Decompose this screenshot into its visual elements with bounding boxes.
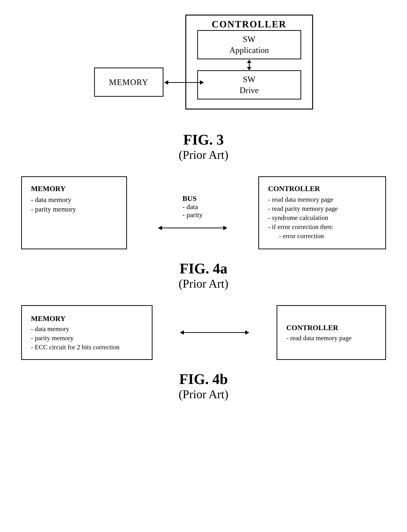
fig4b-ctrl-item-0: - read data memory page (286, 334, 376, 342)
page: MEMORY CONTROLLER SW (0, 0, 407, 532)
fig3-title: FIG. 3 (179, 131, 228, 148)
fig4b-caption: FIG. 4b (Prior Art) (179, 371, 228, 401)
fig4a-bus-panel: BUS - data - parity (127, 176, 258, 249)
fig4b-controller-title: CONTROLLER (286, 323, 376, 332)
controller-title-fig3: CONTROLLER (186, 19, 312, 30)
svg-marker-8 (223, 226, 227, 230)
fig4b-controller-panel: CONTROLLER - read data memory page (277, 305, 386, 360)
fig4a-memory-item-0: - data memory (31, 196, 117, 204)
fig4a-section: MEMORY - data memory - parity memory BUS… (22, 176, 385, 291)
fig4a-bus-title: BUS (182, 194, 203, 203)
fig4a-memory-panel: MEMORY - data memory - parity memory (21, 176, 127, 249)
fig3-caption: FIG. 3 (Prior Art) (179, 131, 228, 162)
fig4b-title: FIG. 4b (179, 371, 228, 388)
sw-app-text: SW Application (229, 34, 269, 56)
svg-marker-5 (247, 67, 251, 70)
fig4a-ctrl-item-4: - error correction (279, 232, 376, 240)
fig4b-memory-panel: MEMORY - data memory - parity memory - E… (21, 305, 153, 360)
fig4a-bus-label: BUS - data - parity (182, 194, 203, 219)
fig4b-subtitle: (Prior Art) (179, 388, 228, 401)
controller-outer-box: CONTROLLER SW Application (185, 15, 313, 110)
fig4b-bus-panel (153, 305, 277, 360)
fig4a-ctrl-item-0: - read data memory page (268, 196, 376, 203)
memory-box-fig3: MEMORY (94, 68, 164, 97)
fig4a-memory-item-1: - parity memory (31, 205, 117, 213)
fig4a-ctrl-item-3: - if error correction then: (268, 223, 376, 231)
fig4b-diagram: MEMORY - data memory - parity memory - E… (21, 305, 386, 360)
svg-marker-1 (164, 80, 168, 85)
fig4a-arrow-svg (158, 224, 227, 232)
sw-app-box: SW Application (197, 30, 301, 59)
fig3-diagram: MEMORY CONTROLLER SW (94, 15, 313, 117)
fig4b-memory-item-0: - data memory (31, 325, 143, 333)
sw-drive-text: SW Drive (240, 74, 259, 96)
fig3-subtitle: (Prior Art) (179, 148, 228, 162)
fig4a-ctrl-item-1: - read parity memory page (268, 205, 376, 212)
svg-marker-11 (245, 330, 249, 335)
svg-marker-4 (247, 60, 251, 63)
fig4b-memory-item-1: - parity memory (31, 334, 143, 342)
fig3-vert-arrow-svg (244, 60, 255, 70)
fig4a-ctrl-item-2: - syndrome calculation (268, 214, 376, 222)
fig4a-controller-panel: CONTROLLER - read data memory page - rea… (258, 176, 386, 249)
svg-marker-7 (158, 226, 162, 230)
fig4a-subtitle: (Prior Art) (179, 277, 228, 291)
fig4a-controller-title: CONTROLLER (268, 184, 376, 193)
fig4a-title: FIG. 4a (179, 260, 228, 277)
sw-drive-box: SW Drive (197, 70, 301, 99)
fig4b-arrow-svg (180, 329, 249, 336)
fig4a-caption: FIG. 4a (Prior Art) (179, 260, 228, 291)
fig4a-diagram: MEMORY - data memory - parity memory BUS… (21, 176, 386, 249)
fig4b-memory-item-2: - ECC circuit for 2 bits correction (31, 343, 143, 351)
fig3-vert-arrow (244, 60, 255, 70)
fig4a-bus-item-0: - data (182, 203, 203, 211)
fig4a-bus-item-1: - parity (182, 211, 203, 219)
svg-marker-10 (180, 330, 184, 335)
fig4b-memory-title: MEMORY (31, 314, 143, 323)
memory-label-fig3: MEMORY (109, 77, 148, 87)
fig4a-memory-title: MEMORY (31, 184, 117, 193)
fig3-section: MEMORY CONTROLLER SW (22, 15, 385, 162)
fig4b-section: MEMORY - data memory - parity memory - E… (22, 305, 385, 401)
